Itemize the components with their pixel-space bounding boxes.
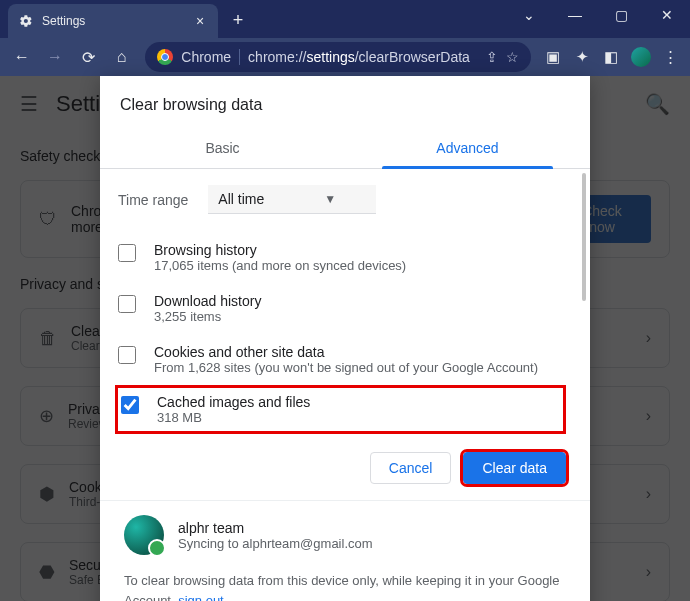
clear-data-button[interactable]: Clear data <box>463 452 566 484</box>
account-status: Syncing to alphrteam@gmail.com <box>178 536 373 551</box>
chevron-down-icon: ▼ <box>324 192 336 206</box>
tab-title: Settings <box>42 14 184 28</box>
clear-browsing-dialog: Clear browsing data Basic Advanced Time … <box>100 76 590 601</box>
account-name: alphr team <box>178 520 373 536</box>
tab-close-icon[interactable]: × <box>192 13 208 29</box>
omnibox-prefix: Chrome <box>181 49 231 65</box>
sidepanel-icon[interactable]: ◧ <box>598 43 625 71</box>
time-range-value: All time <box>218 191 264 207</box>
dialog-tabs: Basic Advanced <box>100 128 590 169</box>
time-range-row: Time range All time ▼ <box>118 185 566 214</box>
browser-tab[interactable]: Settings × <box>8 4 218 38</box>
checkbox-browsing-history[interactable] <box>118 244 136 262</box>
dialog-actions: Cancel Clear data <box>100 434 590 498</box>
checkbox-cached-files[interactable] <box>121 396 139 414</box>
chrome-logo-icon <box>157 49 173 65</box>
checkbox-cookies[interactable] <box>118 346 136 364</box>
time-range-select[interactable]: All time ▼ <box>208 185 376 214</box>
gear-icon <box>18 13 34 29</box>
dialog-title: Clear browsing data <box>100 96 590 128</box>
option-download-history[interactable]: Download history3,255 items <box>118 283 566 334</box>
dialog-footer-note: To clear browsing data from this device … <box>100 555 590 601</box>
cast-icon[interactable]: ▣ <box>539 43 566 71</box>
omnibox-url: chrome://settings/clearBrowserData <box>248 49 470 65</box>
divider <box>100 500 590 501</box>
home-button[interactable]: ⌂ <box>106 41 137 73</box>
tab-advanced[interactable]: Advanced <box>345 128 590 168</box>
chevron-down-icon[interactable]: ⌄ <box>506 0 552 30</box>
share-icon[interactable]: ⇪ <box>486 49 498 65</box>
minimize-button[interactable]: — <box>552 0 598 30</box>
browser-toolbar: ← → ⟳ ⌂ Chrome chrome://settings/clearBr… <box>0 38 690 76</box>
tab-basic[interactable]: Basic <box>100 128 345 168</box>
dialog-scrollbar[interactable] <box>582 173 586 428</box>
bookmark-icon[interactable]: ☆ <box>506 49 519 65</box>
window-titlebar: Settings × + ⌄ — ▢ ✕ <box>0 0 690 38</box>
kebab-menu-icon[interactable]: ⋮ <box>657 43 684 71</box>
reload-button[interactable]: ⟳ <box>73 41 104 73</box>
sign-out-link[interactable]: sign out <box>178 593 224 602</box>
address-bar[interactable]: Chrome chrome://settings/clearBrowserDat… <box>145 42 531 72</box>
back-button[interactable]: ← <box>6 41 37 73</box>
checkbox-download-history[interactable] <box>118 295 136 313</box>
forward-button[interactable]: → <box>39 41 70 73</box>
maximize-button[interactable]: ▢ <box>598 0 644 30</box>
avatar <box>124 515 164 555</box>
option-browsing-history[interactable]: Browsing history17,065 items (and more o… <box>118 232 566 283</box>
separator <box>239 49 240 65</box>
close-window-button[interactable]: ✕ <box>644 0 690 30</box>
extensions-icon[interactable]: ✦ <box>568 43 595 71</box>
option-cookies[interactable]: Cookies and other site dataFrom 1,628 si… <box>118 334 566 385</box>
window-controls: ⌄ — ▢ ✕ <box>506 0 690 30</box>
new-tab-button[interactable]: + <box>224 6 252 34</box>
cancel-button[interactable]: Cancel <box>370 452 452 484</box>
account-row: alphr team Syncing to alphrteam@gmail.co… <box>100 515 590 555</box>
option-cached-files[interactable]: Cached images and files318 MB <box>115 385 566 434</box>
profile-avatar[interactable] <box>627 43 654 71</box>
time-range-label: Time range <box>118 192 188 208</box>
